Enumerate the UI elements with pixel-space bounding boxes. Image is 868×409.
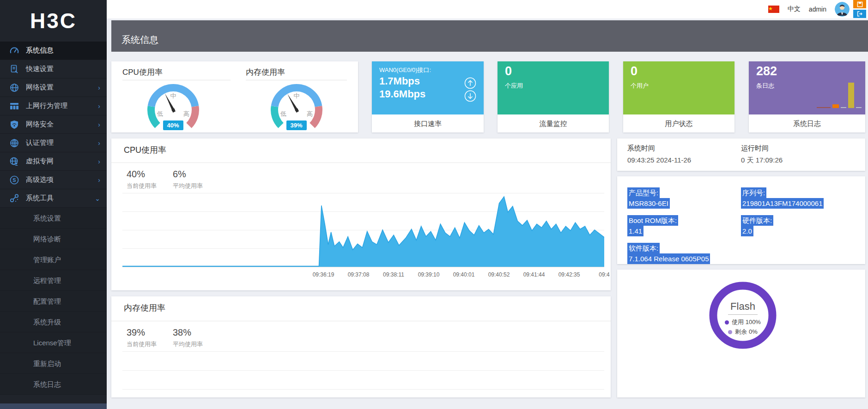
legend-dot-icon [728, 330, 732, 334]
auth-globe-icon [9, 138, 19, 148]
svg-text:低: 低 [279, 110, 286, 117]
user-count-unit: 个用户 [631, 82, 649, 90]
system-log-tile[interactable]: 282 条日志 系统日志 [749, 61, 865, 132]
chevron-right-icon: › [98, 102, 100, 110]
x-axis-tick: 09:40:01 [453, 271, 475, 278]
device-info-value: MSR830-6EI [627, 198, 670, 209]
interface-rate-caption: 接口速率 [372, 114, 484, 132]
chevron-right-icon: › [98, 176, 100, 184]
traffic-monitor-caption: 流量监控 [498, 114, 609, 132]
x-axis-tick: 09:36:19 [313, 271, 334, 278]
flash-legend-row: 剩余 0% [709, 327, 777, 337]
sidebar-item-上网行为管理[interactable]: 上网行为管理› [0, 97, 107, 115]
device-info-pair: 软件版本:7.1.064 Release 0605P05 [627, 243, 710, 264]
cpu-gauge-value-badge: 40% [163, 120, 183, 130]
chevron-right-icon: › [98, 121, 100, 128]
language-switch[interactable]: 中文 [788, 5, 801, 13]
sidebar-item-高级选项[interactable]: S高级选项› [0, 171, 107, 189]
flash-title: Flash [709, 301, 777, 313]
chevron-right-icon: › [98, 84, 100, 91]
wan-download-rate: 19.6Mbps [379, 88, 425, 100]
log-mini-bar-chart [817, 83, 862, 108]
log-bar [848, 83, 854, 108]
svg-text:中: 中 [293, 92, 299, 99]
vpn-globe-icon [9, 157, 19, 166]
x-axis-tick: 09:41:44 [523, 271, 545, 278]
corner-buttons [853, 0, 866, 19]
sidebar-item-label: 网络安全 [26, 120, 98, 129]
page-title: 系统信息 [121, 34, 158, 46]
sidebar-bottom-strip [0, 403, 107, 409]
sidebar: H3C 系统信息快速设置网络设置›上网行为管理›网络安全›认证管理›虚拟专网›S… [0, 0, 107, 409]
svg-text:低: 低 [156, 110, 163, 117]
x-axis-tick: 09:37:08 [348, 271, 370, 278]
x-axis-tick: 09:40:52 [488, 271, 510, 278]
device-info-pair: Boot ROM版本:1.41 [627, 215, 710, 236]
app-count-unit: 个应用 [505, 82, 523, 90]
cpu-average-value: 6% [173, 169, 186, 180]
x-axis-tick: 09:39:10 [418, 271, 440, 278]
sidebar-subitem-系统设置[interactable]: 系统设置 [0, 208, 107, 229]
log-count: 282 [756, 64, 777, 78]
sidebar-item-虚拟专网[interactable]: 虚拟专网› [0, 152, 107, 171]
sidebar-item-认证管理[interactable]: 认证管理› [0, 134, 107, 152]
sidebar-item-label: 认证管理 [26, 138, 98, 147]
sidebar-item-系统信息[interactable]: 系统信息 [0, 42, 107, 60]
user-status-tile[interactable]: 0 个用户 用户状态 [623, 61, 734, 132]
network-globe-icon [9, 83, 19, 92]
cpu-gauge-panel: CPU使用率 低中高 40% [111, 61, 235, 132]
sidebar-subitem-重新启动[interactable]: 重新启动 [0, 353, 107, 374]
x-axis-tick: 09:38:11 [383, 271, 404, 278]
username-label[interactable]: admin [809, 6, 826, 13]
device-info-label: 软件版本: [627, 243, 660, 253]
memory-chart-title: 内存使用率 [124, 302, 165, 313]
user-count: 0 [631, 64, 637, 78]
china-flag-icon[interactable] [768, 6, 779, 13]
sidebar-item-网络安全[interactable]: 网络安全› [0, 115, 107, 134]
interface-rate-tile[interactable]: WAN0(GE0/0)接口: 1.7Mbps 19.6Mbps 接口速率 [372, 61, 484, 132]
sidebar-subitem-系统升级[interactable]: 系统升级 [0, 312, 107, 332]
logs-tile-top: 282 条日志 [749, 61, 865, 114]
sidebar-item-label: 系统信息 [26, 46, 100, 55]
sidebar-item-label: 快速设置 [26, 65, 100, 73]
sidebar-subitem-配置管理[interactable]: 配置管理 [0, 291, 107, 312]
sidebar-item-label: 高级选项 [26, 175, 98, 184]
sidebar-item-快速设置[interactable]: 快速设置 [0, 60, 107, 78]
h3c-logo: H3C [0, 0, 107, 42]
sidebar-item-系统工具[interactable]: 系统工具⌄ [0, 189, 107, 208]
sidebar-subitem-系统日志[interactable]: 系统日志 [0, 374, 107, 395]
behavior-icon [9, 102, 19, 111]
page-header: 系统信息 [111, 20, 868, 52]
sidebar-subitem-网络诊断[interactable]: 网络诊断 [0, 229, 107, 249]
speedometer-icon [9, 46, 19, 55]
logout-button[interactable] [853, 10, 866, 18]
quick-setup-icon [9, 65, 19, 74]
memory-average-label: 平均使用率 [173, 340, 203, 349]
usage-gauges-card: CPU使用率 低中高 40% 内存使用率 低中高 39% [111, 61, 358, 132]
device-info-column-2: 序列号:219801A13FM174000061硬件版本:2.0 [741, 187, 824, 243]
system-time-card: 系统时间 09:43:25 2024-11-26 运行时间 0 天 17:09:… [617, 138, 865, 171]
cpu-current-value: 40% [127, 169, 145, 180]
sidebar-item-label: 网络设置 [26, 83, 98, 92]
sidebar-subitem-管理账户[interactable]: 管理账户 [0, 249, 107, 270]
tools-icon [9, 194, 19, 203]
user-status-caption: 用户状态 [623, 114, 734, 132]
avatar[interactable] [835, 2, 850, 17]
device-info-label: 硬件版本: [741, 215, 773, 226]
device-info-pair: 产品型号:MSR830-6EI [627, 187, 710, 209]
legend-dot-icon [725, 320, 729, 325]
system-time-value: 09:43:25 2024-11-26 [627, 156, 691, 164]
topbar: 中文 admin [107, 0, 868, 18]
x-axis-tick: 09:42:35 [558, 271, 580, 278]
device-info-column-1: 产品型号:MSR830-6EIBoot ROM版本:1.41软件版本:7.1.0… [627, 187, 710, 271]
sidebar-subitem-远程管理[interactable]: 远程管理 [0, 270, 107, 291]
advanced-icon: S [9, 175, 19, 185]
legend-label: 使用 100% [732, 319, 761, 325]
save-button[interactable] [853, 0, 866, 8]
device-info-card: 产品型号:MSR830-6EIBoot ROM版本:1.41软件版本:7.1.0… [617, 176, 865, 264]
cpu-current-label: 当前使用率 [127, 182, 157, 190]
memory-average-value: 38% [173, 327, 191, 338]
traffic-monitor-tile[interactable]: 0 个应用 流量监控 [498, 61, 609, 132]
sidebar-item-网络设置[interactable]: 网络设置› [0, 78, 107, 97]
sidebar-subitem-License管理[interactable]: License管理 [0, 332, 107, 353]
